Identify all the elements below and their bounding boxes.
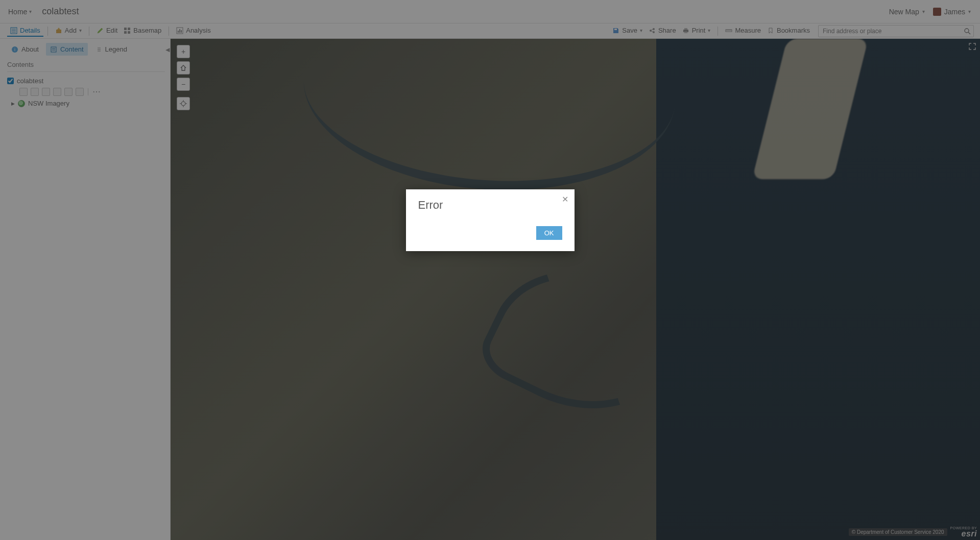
ok-button[interactable]: OK bbox=[536, 226, 562, 240]
modal-overlay[interactable]: ✕ Error OK bbox=[0, 0, 980, 540]
error-dialog: ✕ Error OK bbox=[406, 189, 575, 251]
dialog-title: Error bbox=[418, 199, 562, 212]
close-icon[interactable]: ✕ bbox=[562, 194, 568, 204]
